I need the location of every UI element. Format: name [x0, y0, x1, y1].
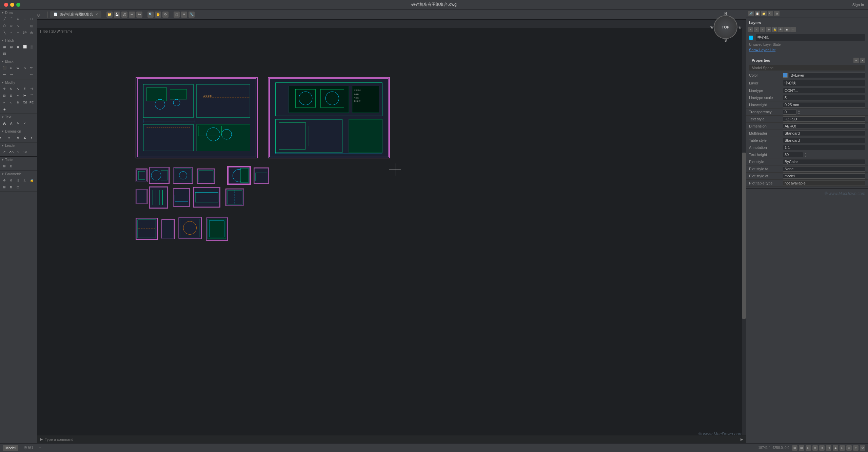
selection-icon[interactable]: ⊡ — [840, 445, 845, 451]
polyline-tool[interactable]: ⌒ — [8, 16, 14, 22]
param7-tool[interactable]: ⊠ — [8, 184, 14, 190]
erase-tool[interactable]: ⌫ — [22, 99, 28, 105]
grips-tool[interactable]: ◈ — [1, 106, 7, 112]
traffic-lights[interactable] — [4, 3, 20, 7]
ray-tool[interactable]: → — [8, 30, 14, 36]
close-button[interactable] — [4, 3, 8, 7]
thumb-12[interactable] — [136, 218, 158, 240]
props-toggle-icon[interactable]: ≡ — [853, 58, 859, 63]
param5-tool[interactable]: 🔒 — [28, 177, 35, 183]
multileader-value[interactable]: Standard — [783, 131, 865, 136]
arc-tool[interactable]: ⌓ — [22, 16, 28, 22]
zoom-icon[interactable]: 🔍 — [147, 12, 154, 18]
line-tool[interactable]: ╱ — [1, 16, 7, 22]
wipeout-tool[interactable]: ⬜ — [22, 44, 28, 50]
transparency-value[interactable]: 0 — [783, 109, 796, 115]
layout-add-icon[interactable]: + — [39, 446, 41, 450]
osnap-icon[interactable]: ⊙ — [819, 445, 825, 451]
thumb-15[interactable] — [206, 217, 228, 241]
doc-tab[interactable]: 📄 破碎机所有图纸集合 ✕ — [50, 11, 101, 18]
plot-style-value[interactable]: ByColor — [783, 159, 865, 164]
text-height-spinner[interactable]: ▲ ▼ — [805, 152, 807, 157]
param6-tool[interactable]: ⊞ — [1, 184, 7, 190]
props-close-icon[interactable]: ✕ — [860, 58, 865, 63]
command-line[interactable]: ▶ ▶ — [37, 435, 746, 443]
rp-icon-1[interactable]: 🔗 — [748, 11, 754, 16]
polygon-tool[interactable]: ⬡ — [1, 23, 7, 29]
gradient-tool[interactable]: ▤ — [8, 44, 14, 50]
thumb-14[interactable] — [178, 217, 202, 239]
param1-tool[interactable]: ⊝ — [1, 177, 7, 183]
array-tool[interactable]: ⊞ — [8, 93, 14, 99]
section-block-header[interactable]: ▼ Block — [0, 59, 37, 64]
region-tool[interactable]: ◫ — [28, 23, 35, 29]
linear-dim-tool[interactable]: ⟵⟶ — [1, 135, 7, 141]
param8-tool[interactable]: ⊡ — [15, 184, 21, 190]
layer-lock-icon[interactable]: 🔒 — [772, 27, 777, 32]
block-more3-tool[interactable]: ⋯ — [15, 72, 21, 78]
rp-icon-3[interactable]: 📁 — [761, 11, 767, 16]
thumb-7[interactable] — [136, 189, 147, 204]
xline-tool[interactable]: ╲ — [1, 30, 7, 36]
drawing-frame-1[interactable]: 标注文字 — [136, 77, 258, 158]
aligned-dim-tool[interactable]: ⟵ — [8, 135, 14, 141]
layer-new-icon[interactable]: + — [748, 27, 753, 32]
write-block-tool[interactable]: W — [15, 65, 21, 71]
section-modify-header[interactable]: ▼ Modify — [0, 80, 37, 85]
annotation-scale-icon[interactable]: A — [846, 445, 852, 451]
color-value[interactable]: ByLayer — [789, 73, 865, 78]
block-more2-tool[interactable]: ⋯ — [8, 72, 14, 78]
color-swatch[interactable] — [783, 73, 788, 78]
model-view-icon[interactable]: ◻ — [853, 445, 859, 451]
block-editor-tool[interactable]: ✏ — [28, 65, 35, 71]
plot-style-at-value[interactable]: model — [783, 173, 865, 179]
thumb-8[interactable] — [149, 186, 168, 209]
thumb-11[interactable] — [225, 189, 244, 206]
section-text-header[interactable]: ▼ Text — [0, 115, 37, 120]
explode-tool[interactable]: ⊕ — [15, 99, 21, 105]
hatch3-tool[interactable]: ▧ — [1, 51, 7, 57]
thumb-10[interactable] — [193, 187, 220, 208]
pedit-tool[interactable]: PE — [28, 99, 35, 105]
layout-tab[interactable]: 布局1 — [21, 445, 36, 451]
break-tool[interactable]: ⊂ — [8, 99, 14, 105]
table2-tool[interactable]: ⊟ — [8, 163, 14, 169]
text-style-value[interactable]: HZFSD — [783, 116, 865, 122]
dimension-prop-value[interactable]: AERO! — [783, 123, 865, 129]
rp-icon-2[interactable]: 📋 — [755, 11, 760, 16]
redo-icon[interactable]: ↪ — [136, 12, 142, 18]
layer-prop-value[interactable]: 中心线 — [783, 80, 865, 86]
layer-icon[interactable]: ≡ — [181, 12, 187, 18]
lineweight-value[interactable]: 0.25 mm — [783, 102, 865, 107]
ellipse-tool[interactable]: ⬭ — [8, 23, 14, 29]
linetype-scale-value[interactable]: 5 — [783, 95, 865, 100]
maximize-button[interactable] — [16, 3, 20, 7]
leader-tool[interactable]: ↗ — [1, 149, 7, 155]
point-tool[interactable]: · — [22, 23, 28, 29]
leader2-tool[interactable]: ⤷ — [15, 149, 21, 155]
text-height-value[interactable]: 30 — [783, 152, 803, 157]
view-cube-icon[interactable]: ◻ — [174, 12, 180, 18]
spline-tool[interactable]: ∿ — [15, 23, 21, 29]
hatch-tool[interactable]: ▦ — [1, 44, 7, 50]
transparency-spinner[interactable]: ▲ ▼ — [798, 110, 800, 115]
extend-tool[interactable]: ⊢ — [22, 93, 28, 99]
cmd-input[interactable] — [45, 437, 738, 441]
section-parametric-header[interactable]: ▼ Parametric — [0, 172, 37, 177]
layer-delete-icon[interactable]: − — [754, 27, 759, 32]
pan-icon[interactable]: ✋ — [155, 12, 161, 18]
vertical-scroll-thumb[interactable] — [742, 153, 746, 319]
thumb-1[interactable] — [136, 169, 147, 182]
compass-circle[interactable]: TOP — [714, 15, 737, 39]
settings-icon[interactable]: ⚙ — [860, 445, 865, 451]
lineweight-icon[interactable]: ⊣ — [826, 445, 831, 451]
circle-tool[interactable]: ○ — [15, 16, 21, 22]
spell-check-tool[interactable]: ✓ — [22, 120, 28, 126]
radial-dim-tool[interactable]: R — [15, 135, 21, 141]
workspace[interactable]: 标注文字 技术要求 1.材料 2.公差 3.热处理 — [37, 28, 746, 443]
thumb-2[interactable] — [149, 167, 170, 184]
angular-dim-tool[interactable]: ∠ — [22, 135, 28, 141]
mline-tool[interactable]: ≡ — [15, 30, 21, 36]
doc-tab-close[interactable]: ✕ — [95, 13, 98, 16]
rect-tool[interactable]: □ — [28, 16, 35, 22]
